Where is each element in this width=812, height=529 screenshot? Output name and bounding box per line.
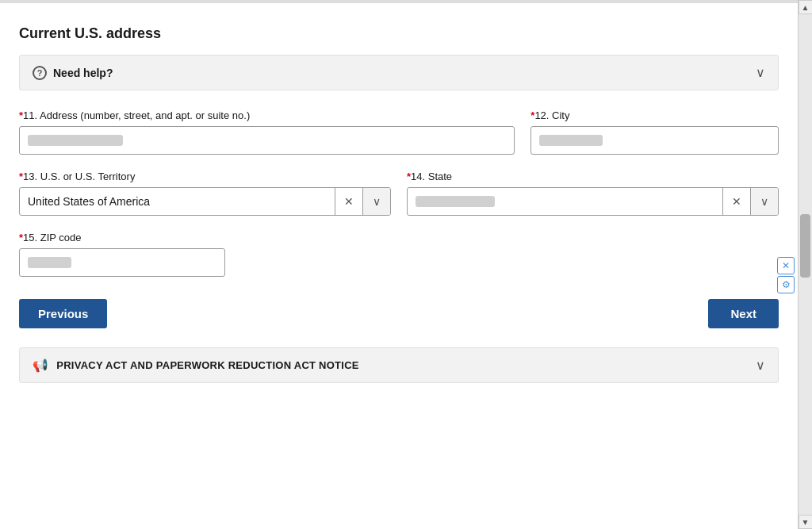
- state-dropdown-icon[interactable]: ∨: [751, 188, 778, 215]
- scroll-down-arrow[interactable]: ▼: [799, 515, 813, 529]
- scroll-thumb[interactable]: [800, 214, 810, 278]
- territory-select-value: United States of America: [20, 190, 335, 213]
- privacy-bar[interactable]: 📢 PRIVACY ACT AND PAPERWORK REDUCTION AC…: [19, 347, 779, 383]
- state-field-group: *14. State ✕ ∨: [407, 171, 779, 216]
- state-placeholder-area: [408, 191, 722, 212]
- state-clear-icon[interactable]: ✕: [723, 195, 750, 208]
- address-field-group: *11. Address (number, street, and apt. o…: [19, 109, 515, 155]
- help-bar-label: Need help?: [53, 67, 113, 79]
- help-bar-left: ? Need help?: [33, 66, 113, 80]
- zip-label: *15. ZIP code: [19, 232, 225, 243]
- side-widgets: ✕ ⚙: [777, 257, 795, 293]
- zip-placeholder-block: [28, 257, 71, 268]
- state-label: *14. State: [407, 171, 779, 182]
- help-bar[interactable]: ? Need help? ∨: [19, 55, 779, 90]
- megaphone-icon: 📢: [33, 358, 48, 373]
- territory-dropdown-icon[interactable]: ∨: [363, 188, 390, 215]
- address-input-mock[interactable]: [19, 126, 515, 155]
- scroll-up-arrow[interactable]: ▲: [799, 0, 813, 14]
- state-select[interactable]: ✕ ∨: [407, 187, 779, 216]
- help-icon: ?: [33, 66, 47, 80]
- zip-row: *15. ZIP code: [19, 232, 779, 277]
- scrollbar[interactable]: ▲ ▼: [798, 0, 812, 529]
- next-button[interactable]: Next: [708, 299, 779, 328]
- city-placeholder-block: [539, 135, 603, 146]
- address-label: *11. Address (number, street, and apt. o…: [19, 109, 515, 121]
- widget-close-icon[interactable]: ✕: [777, 257, 795, 274]
- nav-row: Previous Next: [19, 299, 779, 328]
- territory-field-group: *13. U.S. or U.S. Territory United State…: [19, 171, 391, 216]
- privacy-bar-chevron-icon: ∨: [756, 358, 765, 373]
- privacy-bar-left: 📢 PRIVACY ACT AND PAPERWORK REDUCTION AC…: [33, 358, 359, 373]
- section-title: Current U.S. address: [19, 19, 779, 42]
- territory-select[interactable]: United States of America ✕ ∨: [19, 187, 391, 216]
- help-bar-chevron-icon: ∨: [756, 65, 765, 80]
- address-placeholder-block: [28, 135, 123, 146]
- privacy-bar-label: PRIVACY ACT AND PAPERWORK REDUCTION ACT …: [56, 359, 359, 371]
- widget-settings-icon[interactable]: ⚙: [777, 276, 795, 293]
- address-city-row: *11. Address (number, street, and apt. o…: [19, 109, 779, 155]
- zip-input-mock[interactable]: [19, 248, 225, 277]
- zip-field-group: *15. ZIP code: [19, 232, 225, 277]
- territory-clear-icon[interactable]: ✕: [335, 195, 362, 208]
- territory-label: *13. U.S. or U.S. Territory: [19, 171, 391, 182]
- main-content: Current U.S. address ? Need help? ∨ *11.…: [0, 3, 798, 399]
- scroll-track: [799, 14, 812, 515]
- city-input-mock[interactable]: [530, 126, 779, 155]
- state-placeholder-block: [416, 196, 495, 207]
- city-field-group: *12. City: [530, 109, 779, 155]
- territory-state-row: *13. U.S. or U.S. Territory United State…: [19, 171, 779, 216]
- city-label: *12. City: [530, 109, 779, 121]
- page-wrapper: Current U.S. address ? Need help? ∨ *11.…: [0, 0, 812, 529]
- previous-button[interactable]: Previous: [19, 299, 107, 328]
